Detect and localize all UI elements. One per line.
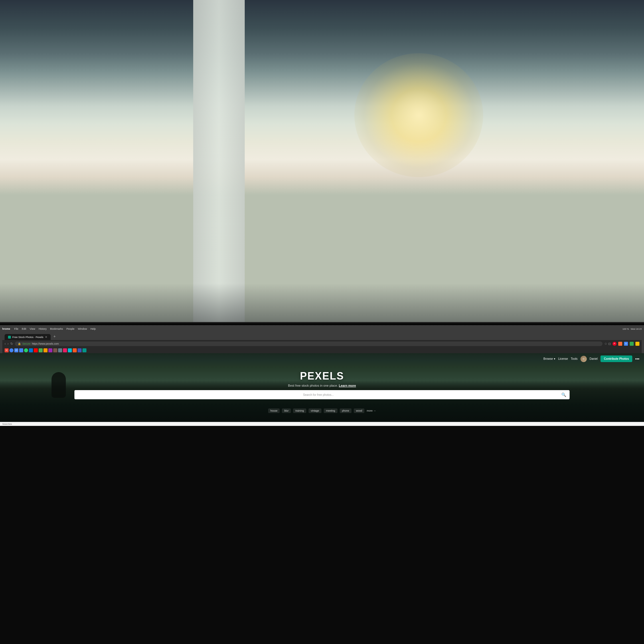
dark-overlay <box>0 283 322 322</box>
column-element <box>193 0 245 322</box>
background-photo <box>0 0 322 322</box>
office-scene <box>0 0 322 322</box>
